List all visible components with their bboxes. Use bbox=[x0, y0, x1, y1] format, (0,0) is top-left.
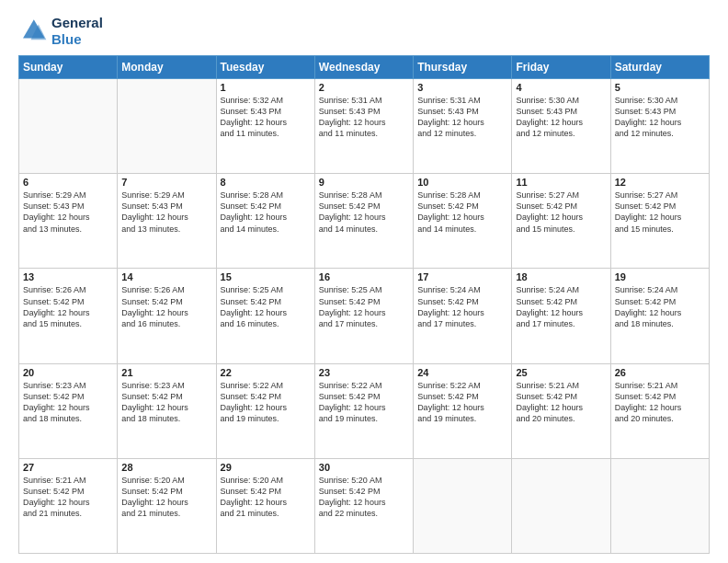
day-info: Sunrise: 5:28 AMSunset: 5:42 PMDaylight:… bbox=[221, 190, 311, 235]
day-info: Sunrise: 5:23 AMSunset: 5:42 PMDaylight:… bbox=[23, 380, 113, 425]
day-number: 3 bbox=[417, 82, 507, 93]
day-number: 11 bbox=[516, 177, 606, 188]
weekday-header: Monday bbox=[118, 56, 216, 79]
day-number: 7 bbox=[121, 177, 211, 188]
day-number: 1 bbox=[221, 82, 311, 93]
calendar-cell: 27Sunrise: 5:21 AMSunset: 5:42 PMDayligh… bbox=[19, 458, 118, 553]
logo-text: General Blue bbox=[51, 15, 103, 48]
day-number: 2 bbox=[319, 82, 409, 93]
calendar-cell: 14Sunrise: 5:26 AMSunset: 5:42 PMDayligh… bbox=[118, 269, 216, 363]
day-number: 20 bbox=[23, 367, 113, 378]
day-number: 4 bbox=[516, 82, 606, 93]
day-number: 22 bbox=[221, 367, 311, 378]
calendar-cell bbox=[118, 79, 216, 174]
calendar-cell: 9Sunrise: 5:28 AMSunset: 5:42 PMDaylight… bbox=[314, 174, 413, 269]
day-info: Sunrise: 5:31 AMSunset: 5:43 PMDaylight:… bbox=[417, 95, 507, 140]
day-number: 8 bbox=[221, 177, 311, 188]
calendar-cell: 8Sunrise: 5:28 AMSunset: 5:42 PMDaylight… bbox=[216, 174, 314, 269]
header: General Blue bbox=[18, 15, 710, 48]
day-info: Sunrise: 5:21 AMSunset: 5:42 PMDaylight:… bbox=[615, 380, 705, 425]
calendar-cell: 29Sunrise: 5:20 AMSunset: 5:42 PMDayligh… bbox=[216, 458, 314, 553]
calendar-cell: 7Sunrise: 5:29 AMSunset: 5:43 PMDaylight… bbox=[118, 174, 216, 269]
calendar-cell: 24Sunrise: 5:22 AMSunset: 5:42 PMDayligh… bbox=[414, 363, 512, 458]
day-info: Sunrise: 5:27 AMSunset: 5:42 PMDaylight:… bbox=[615, 190, 705, 235]
day-number: 10 bbox=[417, 177, 507, 188]
day-info: Sunrise: 5:25 AMSunset: 5:42 PMDaylight:… bbox=[319, 284, 409, 329]
weekday-header: Tuesday bbox=[216, 56, 314, 79]
day-number: 21 bbox=[121, 367, 211, 378]
calendar-cell: 2Sunrise: 5:31 AMSunset: 5:43 PMDaylight… bbox=[314, 79, 413, 174]
weekday-header: Friday bbox=[512, 56, 610, 79]
day-number: 12 bbox=[615, 177, 705, 188]
day-info: Sunrise: 5:25 AMSunset: 5:42 PMDaylight:… bbox=[221, 284, 311, 329]
calendar-cell bbox=[19, 79, 118, 174]
day-number: 28 bbox=[121, 462, 211, 473]
day-info: Sunrise: 5:24 AMSunset: 5:42 PMDaylight:… bbox=[615, 284, 705, 329]
day-info: Sunrise: 5:28 AMSunset: 5:42 PMDaylight:… bbox=[319, 190, 409, 235]
day-number: 17 bbox=[417, 271, 507, 282]
day-info: Sunrise: 5:20 AMSunset: 5:42 PMDaylight:… bbox=[319, 475, 409, 520]
day-number: 5 bbox=[615, 82, 705, 93]
day-info: Sunrise: 5:29 AMSunset: 5:43 PMDaylight:… bbox=[23, 190, 113, 235]
day-info: Sunrise: 5:30 AMSunset: 5:43 PMDaylight:… bbox=[516, 95, 606, 140]
calendar-cell: 30Sunrise: 5:20 AMSunset: 5:42 PMDayligh… bbox=[314, 458, 413, 553]
calendar-cell bbox=[512, 458, 610, 553]
day-number: 6 bbox=[23, 177, 113, 188]
day-number: 25 bbox=[516, 367, 606, 378]
day-number: 16 bbox=[319, 271, 409, 282]
day-info: Sunrise: 5:24 AMSunset: 5:42 PMDaylight:… bbox=[417, 284, 507, 329]
calendar-cell: 6Sunrise: 5:29 AMSunset: 5:43 PMDaylight… bbox=[19, 174, 118, 269]
day-info: Sunrise: 5:20 AMSunset: 5:42 PMDaylight:… bbox=[221, 475, 311, 520]
calendar-cell: 18Sunrise: 5:24 AMSunset: 5:42 PMDayligh… bbox=[512, 269, 610, 363]
calendar-table: SundayMondayTuesdayWednesdayThursdayFrid… bbox=[18, 55, 710, 554]
logo: General Blue bbox=[18, 15, 103, 48]
calendar-cell: 13Sunrise: 5:26 AMSunset: 5:42 PMDayligh… bbox=[19, 269, 118, 363]
day-number: 15 bbox=[221, 271, 311, 282]
calendar-cell: 17Sunrise: 5:24 AMSunset: 5:42 PMDayligh… bbox=[414, 269, 512, 363]
day-number: 9 bbox=[319, 177, 409, 188]
day-info: Sunrise: 5:22 AMSunset: 5:42 PMDaylight:… bbox=[319, 380, 409, 425]
day-number: 24 bbox=[417, 367, 507, 378]
calendar-cell: 3Sunrise: 5:31 AMSunset: 5:43 PMDaylight… bbox=[414, 79, 512, 174]
weekday-header: Sunday bbox=[19, 56, 118, 79]
day-number: 13 bbox=[23, 271, 113, 282]
day-info: Sunrise: 5:30 AMSunset: 5:43 PMDaylight:… bbox=[615, 95, 705, 140]
calendar-cell: 22Sunrise: 5:22 AMSunset: 5:42 PMDayligh… bbox=[216, 363, 314, 458]
day-info: Sunrise: 5:26 AMSunset: 5:42 PMDaylight:… bbox=[23, 284, 113, 329]
day-number: 23 bbox=[319, 367, 409, 378]
calendar-cell: 11Sunrise: 5:27 AMSunset: 5:42 PMDayligh… bbox=[512, 174, 610, 269]
calendar-cell: 28Sunrise: 5:20 AMSunset: 5:42 PMDayligh… bbox=[118, 458, 216, 553]
calendar-cell bbox=[610, 458, 709, 553]
weekday-header: Saturday bbox=[610, 56, 709, 79]
day-info: Sunrise: 5:31 AMSunset: 5:43 PMDaylight:… bbox=[319, 95, 409, 140]
day-number: 18 bbox=[516, 271, 606, 282]
calendar-cell: 12Sunrise: 5:27 AMSunset: 5:42 PMDayligh… bbox=[610, 174, 709, 269]
weekday-header: Thursday bbox=[414, 56, 512, 79]
calendar-cell: 21Sunrise: 5:23 AMSunset: 5:42 PMDayligh… bbox=[118, 363, 216, 458]
day-number: 30 bbox=[319, 462, 409, 473]
calendar-cell: 26Sunrise: 5:21 AMSunset: 5:42 PMDayligh… bbox=[610, 363, 709, 458]
day-info: Sunrise: 5:32 AMSunset: 5:43 PMDaylight:… bbox=[221, 95, 311, 140]
logo-icon bbox=[18, 17, 48, 46]
calendar-cell: 25Sunrise: 5:21 AMSunset: 5:42 PMDayligh… bbox=[512, 363, 610, 458]
day-info: Sunrise: 5:28 AMSunset: 5:42 PMDaylight:… bbox=[417, 190, 507, 235]
day-info: Sunrise: 5:22 AMSunset: 5:42 PMDaylight:… bbox=[221, 380, 311, 425]
calendar-cell: 1Sunrise: 5:32 AMSunset: 5:43 PMDaylight… bbox=[216, 79, 314, 174]
calendar-cell: 10Sunrise: 5:28 AMSunset: 5:42 PMDayligh… bbox=[414, 174, 512, 269]
day-info: Sunrise: 5:22 AMSunset: 5:42 PMDaylight:… bbox=[417, 380, 507, 425]
day-number: 29 bbox=[221, 462, 311, 473]
calendar-cell: 16Sunrise: 5:25 AMSunset: 5:42 PMDayligh… bbox=[314, 269, 413, 363]
day-info: Sunrise: 5:26 AMSunset: 5:42 PMDaylight:… bbox=[121, 284, 211, 329]
day-info: Sunrise: 5:27 AMSunset: 5:42 PMDaylight:… bbox=[516, 190, 606, 235]
day-number: 27 bbox=[23, 462, 113, 473]
page: General Blue SundayMondayTuesdayWednesda… bbox=[0, 0, 728, 563]
day-number: 26 bbox=[615, 367, 705, 378]
calendar-cell: 20Sunrise: 5:23 AMSunset: 5:42 PMDayligh… bbox=[19, 363, 118, 458]
day-number: 14 bbox=[121, 271, 211, 282]
calendar-cell: 5Sunrise: 5:30 AMSunset: 5:43 PMDaylight… bbox=[610, 79, 709, 174]
day-number: 19 bbox=[615, 271, 705, 282]
day-info: Sunrise: 5:24 AMSunset: 5:42 PMDaylight:… bbox=[516, 284, 606, 329]
day-info: Sunrise: 5:29 AMSunset: 5:43 PMDaylight:… bbox=[121, 190, 211, 235]
calendar-cell: 23Sunrise: 5:22 AMSunset: 5:42 PMDayligh… bbox=[314, 363, 413, 458]
day-info: Sunrise: 5:21 AMSunset: 5:42 PMDaylight:… bbox=[516, 380, 606, 425]
